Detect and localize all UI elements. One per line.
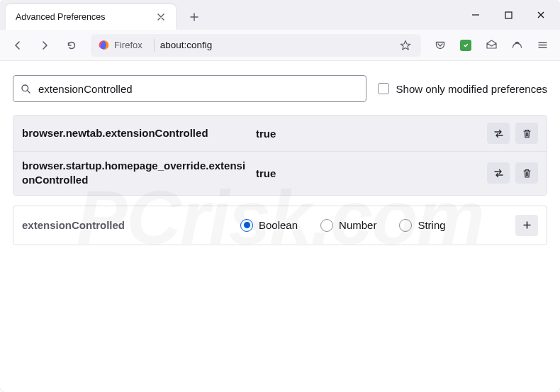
preference-actions (487, 123, 538, 144)
radio-label: Number (339, 219, 376, 231)
reload-button[interactable] (60, 34, 84, 57)
identity-separator (154, 39, 155, 52)
toolbar-icons (428, 34, 554, 57)
close-window-button[interactable] (525, 2, 557, 28)
navigation-toolbar: Firefox about:config (0, 30, 560, 61)
preference-row[interactable]: browser.startup.homepage_override.extens… (13, 151, 547, 195)
delete-button[interactable] (515, 123, 538, 144)
tab-strip: Advanced Preferences (0, 0, 560, 30)
new-preference-name: extensionControlled (22, 219, 228, 231)
preference-list: browser.newtab.extensionControlled true … (13, 115, 547, 196)
identity-label: Firefox (114, 40, 142, 50)
bookmark-star-icon[interactable] (396, 35, 415, 55)
account-icon[interactable] (505, 34, 529, 57)
new-tab-button[interactable] (184, 7, 204, 27)
page-content: Show only modified preferences browser.n… (0, 61, 560, 392)
new-preference-box: extensionControlled Boolean Number Strin… (13, 206, 547, 245)
back-button[interactable] (6, 34, 30, 57)
preference-name: browser.newtab.extensionControlled (22, 126, 249, 140)
url-text: about:config (160, 40, 390, 50)
svg-rect-0 (505, 12, 512, 18)
toggle-button[interactable] (487, 123, 510, 144)
maximize-button[interactable] (492, 2, 525, 28)
browser-tab[interactable]: Advanced Preferences (6, 4, 176, 30)
modified-only-checkbox[interactable]: Show only modified preferences (378, 83, 547, 95)
radio-number[interactable]: Number (320, 219, 376, 232)
delete-button[interactable] (515, 162, 538, 184)
radio-label: Boolean (259, 219, 298, 231)
toggle-button[interactable] (487, 162, 510, 184)
radio-boolean[interactable]: Boolean (240, 219, 298, 232)
radio-string[interactable]: String (399, 219, 445, 232)
checkbox-icon (378, 83, 389, 94)
radio-label: String (418, 219, 445, 231)
search-row: Show only modified preferences (13, 75, 547, 102)
pocket-icon[interactable] (428, 34, 452, 57)
radio-icon (240, 219, 253, 232)
minimize-button[interactable] (459, 2, 492, 28)
inbox-icon[interactable] (479, 34, 503, 57)
forward-button[interactable] (33, 34, 57, 57)
firefox-logo-icon (98, 39, 110, 51)
url-bar[interactable]: Firefox about:config (91, 34, 421, 57)
search-input[interactable] (38, 83, 359, 95)
identity-box[interactable]: Firefox (96, 38, 148, 52)
preference-value: true (256, 128, 480, 140)
type-radio-group: Boolean Number String (240, 219, 503, 232)
window-controls (459, 0, 557, 30)
menu-button[interactable] (530, 34, 554, 57)
preference-name: browser.startup.homepage_override.extens… (22, 159, 249, 188)
close-tab-icon[interactable] (153, 9, 169, 25)
search-icon (21, 84, 31, 94)
checkbox-label: Show only modified preferences (396, 83, 547, 95)
radio-icon (320, 219, 333, 232)
extension-icon[interactable] (454, 34, 478, 57)
preference-value: true (256, 167, 480, 179)
radio-icon (399, 219, 412, 232)
preference-actions (487, 162, 538, 184)
preference-row[interactable]: browser.newtab.extensionControlled true (13, 116, 547, 151)
tab-title: Advanced Preferences (16, 12, 153, 22)
add-preference-button[interactable] (515, 215, 538, 236)
search-box[interactable] (13, 75, 366, 102)
